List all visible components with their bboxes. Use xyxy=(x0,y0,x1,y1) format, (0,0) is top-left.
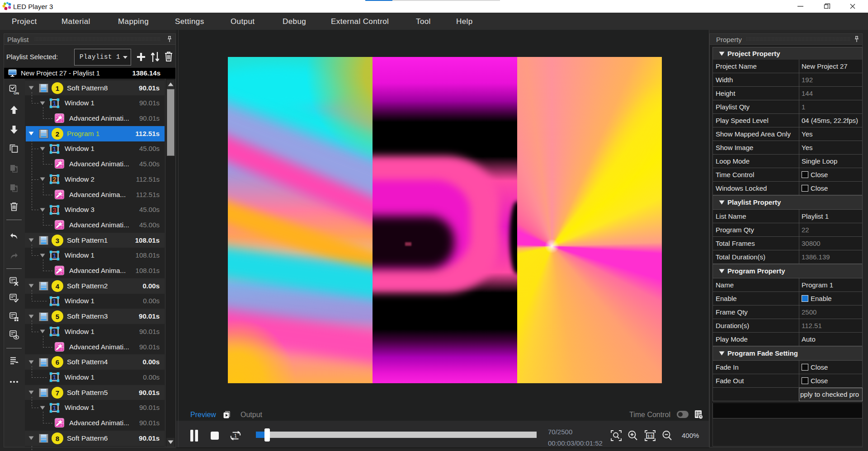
svg-text:1: 1 xyxy=(52,373,56,381)
svg-text:1: 1 xyxy=(52,297,56,305)
svg-text:1:1: 1:1 xyxy=(647,434,653,438)
svg-text:1: 1 xyxy=(52,99,56,107)
svg-text:1: 1 xyxy=(52,252,56,259)
svg-text:1: 1 xyxy=(52,145,56,153)
svg-text:1: 1 xyxy=(52,404,56,412)
svg-text:3: 3 xyxy=(52,206,56,214)
svg-text:1: 1 xyxy=(52,328,56,335)
svg-text:2: 2 xyxy=(52,175,56,183)
svg-text:ON: ON xyxy=(14,91,19,95)
svg-text:1: 1 xyxy=(234,433,237,438)
